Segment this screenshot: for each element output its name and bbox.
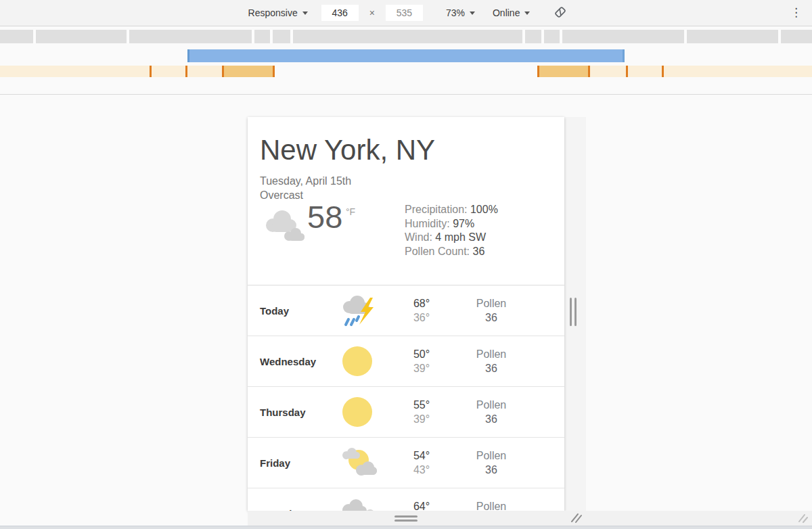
viewport-corner-resize-handle[interactable] (570, 512, 583, 524)
forecast-day-label: Thursday (248, 407, 336, 418)
low-temp: 43° (379, 463, 464, 477)
rotate-icon (553, 5, 568, 20)
detail-wind: Wind: 4 mph SW (405, 231, 498, 245)
mq-segment[interactable] (187, 66, 222, 77)
chevron-down-icon (302, 12, 308, 15)
forecast-row-today: Today 68°36° (248, 285, 564, 336)
viewport-size-ruler[interactable] (0, 30, 812, 43)
current-conditions: 58 °F Precipitation: 100% Humidity: 97% … (248, 202, 564, 270)
ruler-gap (127, 30, 129, 43)
viewport-width-input[interactable] (321, 5, 359, 21)
high-temp: 68° (379, 296, 464, 310)
ruler-gap (290, 30, 293, 43)
forecast-row-wednesday: Wednesday 50°39° Pollen36 (248, 336, 564, 387)
overcast-clouds-icon (262, 208, 305, 243)
window-resize-gripper-icon[interactable] (797, 512, 809, 524)
forecast-day-label: Today (248, 305, 336, 317)
device-type-label: Responsive (248, 7, 298, 18)
detail-pollen-count: Pollen Count: 36 (405, 245, 498, 259)
forecast-day-label: Friday (248, 457, 336, 469)
pollen-value: 36 (464, 412, 518, 426)
dimension-separator: × (368, 7, 376, 18)
detail-humidity: Humidity: 97% (405, 217, 498, 231)
network-status-label: Online (493, 7, 520, 18)
weather-details: Precipitation: 100% Humidity: 97% Wind: … (405, 203, 498, 258)
detail-precipitation: Precipitation: 100% (405, 203, 498, 217)
pollen-label: Pollen (464, 448, 518, 463)
forecast-row-saturday: Saturday (248, 488, 564, 511)
network-throttle-dropdown[interactable]: Online (489, 5, 534, 21)
viewport-bottom-bar (248, 511, 812, 526)
pollen-value: 36 (464, 361, 518, 375)
mq-segment[interactable] (628, 66, 662, 77)
device-type-dropdown[interactable]: Responsive (244, 5, 312, 21)
forecast-day-label: Wednesday (248, 356, 336, 367)
ruler-gap (522, 30, 525, 43)
mq-segment[interactable] (590, 66, 626, 77)
low-temp: 39° (379, 412, 464, 426)
media-query-bar-blue[interactable] (187, 49, 625, 62)
viewport-height-input[interactable] (386, 5, 423, 21)
rotate-viewport-button[interactable] (553, 5, 568, 22)
ruler-gap (33, 30, 36, 43)
ruler-gap (684, 30, 687, 43)
window-bottom-edge (0, 526, 812, 529)
temperature-unit: °F (346, 206, 355, 217)
high-temp: 55° (379, 398, 464, 412)
pollen-value: 36 (464, 310, 518, 325)
zoom-dropdown[interactable]: 73% (442, 5, 479, 21)
ruler-gap (560, 30, 562, 43)
mq-segment[interactable] (152, 66, 185, 77)
forecast-row-friday: Friday (248, 438, 564, 488)
weather-date: Tuesday, April 15th (260, 174, 564, 188)
ruler-gap (778, 30, 781, 43)
current-temperature: 58 (307, 198, 342, 235)
page-title: New York, NY (260, 134, 564, 166)
more-options-menu-button[interactable]: ⋮ (790, 5, 801, 21)
pollen-label: Pollen (464, 296, 518, 310)
high-temp: 54° (379, 448, 464, 463)
viewport-height-resize-handle[interactable] (394, 515, 418, 524)
forecast-list: Today 68°36° (248, 285, 564, 511)
high-temp: 64° (379, 499, 464, 511)
high-temp: 50° (379, 347, 464, 361)
ruler-gap (252, 30, 254, 43)
ruler-gap (541, 30, 544, 43)
low-temp: 39° (379, 361, 464, 375)
pollen-label: Pollen (464, 347, 518, 361)
mq-segment[interactable] (0, 66, 150, 77)
low-temp: 36° (379, 310, 464, 325)
viewport-width-resize-handle[interactable] (570, 298, 577, 326)
toolbar-content-divider (0, 94, 812, 95)
pollen-label: Pollen (464, 499, 518, 511)
mq-segment[interactable] (539, 66, 588, 77)
mq-segment[interactable] (664, 66, 812, 77)
mq-segment (273, 66, 275, 77)
sunny-icon (341, 396, 374, 428)
chevron-down-icon (524, 12, 530, 15)
weather-condition: Overcast (260, 188, 564, 202)
media-query-bar-orange[interactable] (0, 66, 812, 77)
mq-segment[interactable] (224, 66, 273, 77)
sunny-icon (341, 345, 374, 377)
partly-cloudy-icon (337, 446, 378, 480)
ruler-gap (270, 30, 273, 43)
thunderstorm-icon (338, 294, 376, 327)
pollen-label: Pollen (464, 398, 518, 412)
device-viewport: New York, NY Tuesday, April 15th Overcas… (248, 117, 564, 511)
forecast-row-thursday: Thursday 55°39° Pollen36 (248, 387, 564, 438)
pollen-value: 36 (464, 463, 518, 477)
zoom-level-label: 73% (446, 7, 465, 18)
rain-icon (338, 497, 377, 511)
chevron-down-icon (470, 12, 475, 15)
device-toolbar: Responsive × 73% Online ⋮ (0, 0, 812, 26)
